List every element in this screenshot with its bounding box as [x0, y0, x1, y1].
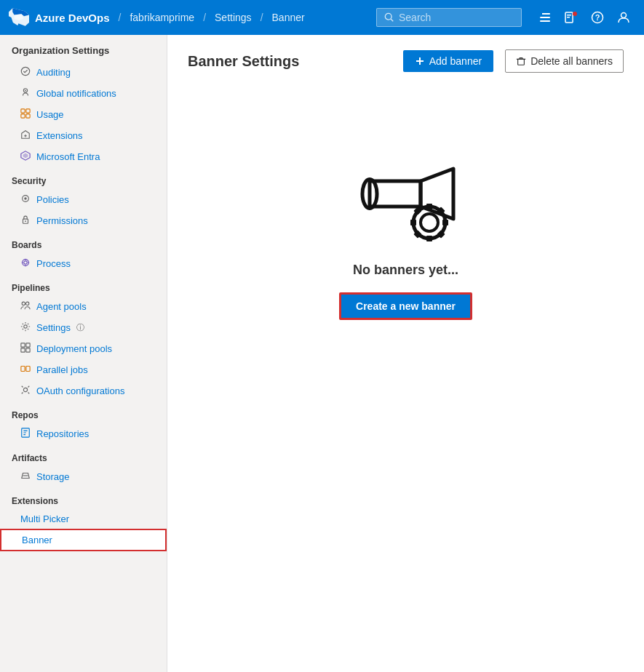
sidebar-item-oauth-label: OAuth configurations	[36, 385, 124, 396]
sidebar-item-banner[interactable]: Banner	[0, 529, 167, 551]
create-banner-label: Create a new banner	[356, 300, 456, 312]
auditing-icon	[20, 66, 31, 79]
sidebar-item-auditing-label: Auditing	[36, 67, 71, 78]
sidebar-item-extensions[interactable]: Extensions	[0, 125, 167, 146]
svg-rect-5	[540, 13, 542, 15]
sidebar-item-global-notifications-label: Global notifications	[36, 88, 116, 99]
svg-point-33	[25, 302, 28, 305]
content-header: Banner Settings Add banner Delete all ba…	[188, 49, 624, 73]
svg-point-41	[23, 388, 27, 391]
svg-point-28	[25, 259, 26, 260]
delete-banners-label: Delete all banners	[530, 55, 613, 67]
oauth-icon	[20, 385, 31, 397]
sidebar-title: Organization Settings	[0, 35, 167, 62]
search-input[interactable]	[399, 12, 508, 23]
svg-rect-45	[518, 59, 525, 65]
sidebar-item-multi-picker[interactable]: Multi Picker	[0, 509, 167, 529]
create-new-banner-button[interactable]: Create a new banner	[339, 292, 472, 320]
deployment-pools-icon	[20, 343, 31, 355]
plus-icon	[415, 56, 425, 66]
sidebar-item-policies[interactable]: Policies	[0, 189, 167, 210]
sidebar-item-oauth[interactable]: OAuth configurations	[0, 380, 167, 401]
permissions-icon	[20, 215, 31, 227]
svg-rect-40	[26, 367, 30, 372]
sidebar-item-extensions-label: Extensions	[36, 130, 83, 141]
empty-state-icon	[348, 148, 464, 245]
sidebar-item-banner-label: Banner	[22, 535, 52, 545]
extensions-icon	[20, 129, 31, 142]
process-icon	[20, 257, 31, 270]
sidebar-item-microsoft-entra-label: Microsoft Entra	[36, 151, 100, 162]
usage-icon	[20, 108, 31, 121]
breadcrumb-sep-3: /	[261, 12, 263, 23]
sidebar-item-process[interactable]: Process	[0, 253, 167, 274]
sidebar-item-policies-label: Policies	[36, 194, 69, 205]
nav-icons: ?	[533, 6, 635, 29]
sidebar-item-storage-label: Storage	[36, 471, 70, 482]
svg-marker-47	[421, 169, 453, 219]
parallel-jobs-icon	[20, 364, 31, 376]
svg-rect-4	[540, 20, 550, 22]
sidebar-item-agent-pools[interactable]: Agent pools	[0, 296, 167, 317]
sidebar-item-global-notifications[interactable]: Global notifications	[0, 83, 167, 104]
storage-icon	[20, 471, 31, 483]
svg-rect-52	[426, 236, 432, 241]
breadcrumb-org[interactable]: fabrikamprime	[130, 12, 194, 23]
svg-point-32	[22, 302, 25, 305]
sidebar-item-storage[interactable]: Storage	[0, 466, 167, 487]
sidebar-item-parallel-jobs[interactable]: Parallel jobs	[0, 359, 167, 380]
sidebar-section-extensions-2: Extensions	[0, 487, 167, 509]
sidebar-section-repos: Repos	[0, 401, 167, 423]
sidebar-section-boards: Boards	[0, 231, 167, 253]
sidebar-item-repositories-label: Repositories	[36, 428, 89, 439]
sidebar-item-auditing[interactable]: Auditing	[0, 62, 167, 83]
svg-point-9	[573, 12, 577, 16]
add-banner-button[interactable]: Add banner	[403, 50, 493, 72]
list-icon[interactable]	[533, 6, 557, 29]
svg-point-23	[24, 197, 27, 200]
svg-rect-38	[26, 348, 30, 352]
empty-state: No banners yet... Create a new banner	[188, 90, 624, 349]
svg-rect-7	[567, 15, 571, 16]
user-icon[interactable]	[612, 6, 635, 29]
sidebar-item-permissions[interactable]: Permissions	[0, 210, 167, 231]
delete-all-banners-button[interactable]: Delete all banners	[505, 49, 624, 73]
svg-rect-8	[567, 17, 570, 18]
add-banner-label: Add banner	[429, 55, 482, 67]
svg-rect-3	[540, 17, 550, 18]
breadcrumb-sep-2: /	[203, 12, 206, 23]
content-area: Banner Settings Add banner Delete all ba…	[167, 35, 644, 672]
svg-point-12	[621, 13, 627, 18]
svg-point-27	[24, 261, 27, 264]
sidebar-section-pipelines: Pipelines	[0, 274, 167, 296]
search-box[interactable]	[376, 8, 522, 27]
svg-rect-37	[21, 348, 25, 352]
sidebar-section-artifacts: Artifacts	[0, 444, 167, 466]
svg-rect-54	[442, 220, 448, 225]
sidebar-item-pipeline-settings[interactable]: Settings ⓘ	[0, 317, 167, 338]
repositories-icon	[20, 428, 31, 440]
svg-point-31	[28, 262, 30, 263]
breadcrumb-settings[interactable]: Settings	[215, 12, 252, 23]
sidebar-item-usage[interactable]: Usage	[0, 104, 167, 125]
badge-icon[interactable]	[560, 6, 583, 29]
sidebar-item-deployment-pools[interactable]: Deployment pools	[0, 338, 167, 359]
svg-rect-53	[410, 220, 416, 225]
breadcrumb-banner: Banner	[272, 12, 305, 23]
sidebar-item-pipeline-settings-label: Settings	[36, 322, 71, 333]
page-title: Banner Settings	[188, 53, 391, 70]
svg-point-26	[23, 260, 29, 266]
svg-rect-36	[26, 343, 30, 347]
svg-point-29	[25, 265, 26, 267]
sidebar-item-multi-picker-label: Multi Picker	[20, 513, 69, 524]
trash-icon	[516, 56, 526, 66]
svg-point-25	[25, 220, 26, 222]
main-area: Organization Settings Auditing Global no…	[0, 35, 644, 672]
search-icon	[384, 12, 394, 23]
sidebar-item-microsoft-entra[interactable]: Microsoft Entra	[0, 146, 167, 167]
breadcrumb-sep-1: /	[119, 12, 122, 23]
brand-name: Azure DevOps	[35, 12, 110, 24]
sidebar-item-repositories[interactable]: Repositories	[0, 423, 167, 444]
azure-devops-logo[interactable]	[9, 7, 29, 28]
help-icon[interactable]: ?	[586, 6, 609, 29]
